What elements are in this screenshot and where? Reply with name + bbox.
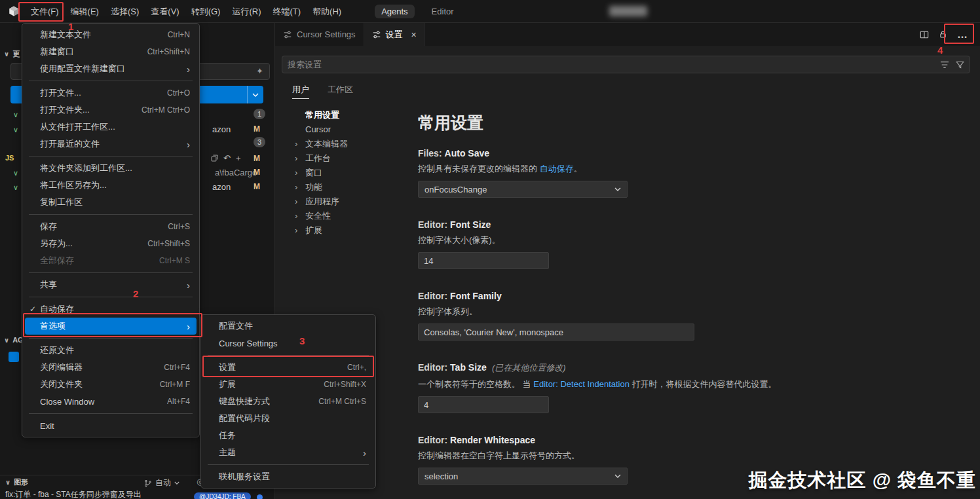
menu-item-themes[interactable]: 主题› [204,444,373,461]
menu-item-extensions[interactable]: 扩展Ctrl+Shift+X [204,376,373,393]
menu-item-open-recent[interactable]: 打开最近的文件› [25,136,197,153]
auto-save-select[interactable]: onFocusChange [418,181,628,198]
toc-item-features[interactable]: ›功能 [288,180,414,194]
menu-item-cursor-settings[interactable]: Cursor Settings [204,335,373,352]
toc-item-security[interactable]: ›安全性 [288,209,414,223]
font-family-input[interactable] [418,323,694,341]
menu-item-close-folder[interactable]: 关闭文件夹Ctrl+M F [25,376,197,393]
graph-section-title[interactable]: ∨ 图形 [5,477,28,487]
menu-selection[interactable]: 选择(S) [105,0,145,23]
graph-commit-row[interactable]: fix:订单 - fba - STA任务同步弹窗及导出 [5,489,190,499]
tab-workspace[interactable]: 工作区 [328,84,353,99]
tree-chevron-icon[interactable]: ∨ [13,169,18,177]
menu-terminal[interactable]: 终端(T) [267,0,307,23]
toc-label: 安全性 [305,211,331,221]
menu-edit[interactable]: 编辑(E) [65,0,105,23]
menu-item-label: 使用配置文件新建窗口 [40,63,125,75]
split-editor-icon[interactable] [920,30,929,39]
menu-item-exit[interactable]: Exit [25,417,197,434]
render-whitespace-select[interactable]: selection [418,468,628,485]
tab-editor[interactable]: Editor [425,5,461,18]
menu-item-label: 还原文件 [40,344,74,356]
toc-item-extensions[interactable]: ›扩展 [288,223,414,238]
js-file-icon: JS [5,154,14,162]
tab-cursor-settings[interactable]: Cursor Settings [275,23,364,46]
toc-item-cursor[interactable]: Cursor [288,122,414,137]
graph-node-dot [257,494,263,499]
toc-item-workbench[interactable]: ›工作台 [288,151,414,166]
tab-size-input[interactable] [418,396,549,413]
menu-view[interactable]: 查看(V) [145,0,185,23]
menu-item-profiles[interactable]: 配置文件 [204,318,373,335]
toc-item-common[interactable]: 常用设置 [288,108,414,122]
file-path-label[interactable]: a\fbaCargo [215,168,257,177]
menu-item-close-window[interactable]: Close WindowAlt+F4 [25,393,197,410]
menu-help[interactable]: 帮助(H) [307,0,347,23]
filter-lines-icon[interactable] [940,61,949,69]
menu-item-new-window-profile[interactable]: 使用配置文件新建窗口› [25,60,197,77]
menu-item-tasks[interactable]: 任务 [204,427,373,444]
file-row-label[interactable]: azon [212,182,231,192]
toc-item-window[interactable]: ›窗口 [288,166,414,180]
agents-section-header[interactable]: ∨ AG [4,336,24,344]
agent-tile[interactable] [9,352,19,362]
menu-item-share[interactable]: 共享› [25,276,197,293]
tab-user[interactable]: 用户 [292,84,309,99]
auto-save-link[interactable]: 自动保存 [540,164,574,174]
menu-item-online-services[interactable]: 联机服务设置 [204,468,373,485]
menu-item-snippets[interactable]: 配置代码片段 [204,410,373,427]
open-file-icon[interactable] [211,155,218,162]
setting-name: Tab Size [450,362,487,373]
tree-chevron-icon[interactable]: ∨ [13,183,18,192]
commit-dropdown[interactable] [247,86,263,103]
menu-run[interactable]: 运行(R) [226,0,267,23]
chevron-down-icon: ∨ [4,50,9,58]
close-icon[interactable]: × [411,29,417,40]
menu-item-save-workspace-as[interactable]: 将工作区另存为... [25,177,197,194]
select-value: selection [424,471,458,481]
menu-item-keyboard-shortcuts[interactable]: 键盘快捷方式Ctrl+M Ctrl+S [204,393,373,410]
detect-indentation-link[interactable]: Editor: Detect Indentation [533,379,630,389]
chevron-down-icon: ∨ [4,337,9,344]
tab-settings[interactable]: 设置 × [364,23,425,46]
menu-item-duplicate-workspace[interactable]: 复制工作区 [25,194,197,211]
toc-label: 文本编辑器 [305,139,348,149]
menu-item-close-editor[interactable]: 关闭编辑器Ctrl+F4 [25,359,197,376]
menu-item-open-folder[interactable]: 打开文件夹...Ctrl+M Ctrl+O [25,102,197,119]
graph-auto-control[interactable]: 自动 [144,477,179,489]
menu-item-open-file[interactable]: 打开文件...Ctrl+O [25,84,197,102]
watermark: 掘金技术社区 @ 袋鱼不重 [749,468,976,494]
filter-funnel-icon[interactable] [956,61,964,69]
menu-item-open-workspace[interactable]: 从文件打开工作区... [25,119,197,136]
font-size-input[interactable] [418,252,549,269]
menu-item-new-window[interactable]: 新建窗口Ctrl+Shift+N [25,43,197,60]
ai-sparkle-icon[interactable]: ✦ [256,66,263,76]
menu-go[interactable]: 转到(G) [185,0,227,23]
toc-item-texteditor[interactable]: ›文本编辑器 [288,137,414,151]
menu-item-save-all: 全部保存Ctrl+M S [25,252,197,269]
menu-item-revert-file[interactable]: 还原文件 [25,342,197,359]
desc-text: 一个制表符等于的空格数。 当 [418,379,533,389]
chevron-right-icon: › [295,151,297,166]
menu-item-label: 保存 [40,221,57,232]
file-menu: 新建文本文件Ctrl+N 新建窗口Ctrl+Shift+N 使用配置文件新建窗口… [22,23,200,437]
discard-changes-icon[interactable]: ↶ [223,153,231,163]
tab-agents[interactable]: Agents [375,5,414,18]
menu-item-add-folder-to-workspace[interactable]: 将文件夹添加到工作区... [25,160,197,177]
menu-item-save[interactable]: 保存Ctrl+S [25,218,197,235]
toc-item-application[interactable]: ›应用程序 [288,194,414,209]
menu-item-save-as[interactable]: 另存为...Ctrl+Shift+S [25,235,197,252]
settings-search-input[interactable] [288,60,940,69]
file-row-label[interactable]: azon [212,124,231,134]
tree-chevron-icon[interactable]: ∨ [13,126,18,134]
menu-item-shortcut: Ctrl+S [168,222,190,231]
desc-text: 控制编辑器在空白字符上显示符号的方式。 [418,451,580,460]
tree-chevron-icon[interactable]: ∨ [13,111,18,119]
changes-section-header[interactable]: ∨ 更 [4,49,20,59]
toc-label: 窗口 [305,168,322,177]
stage-changes-icon[interactable]: + [236,153,241,163]
chevron-right-icon: › [295,194,297,209]
menu-item-label: 主题 [219,447,236,458]
menu-item-new-file[interactable]: 新建文本文件Ctrl+N [25,26,197,43]
menu-item-shortcut: Ctrl+M F [160,380,190,389]
